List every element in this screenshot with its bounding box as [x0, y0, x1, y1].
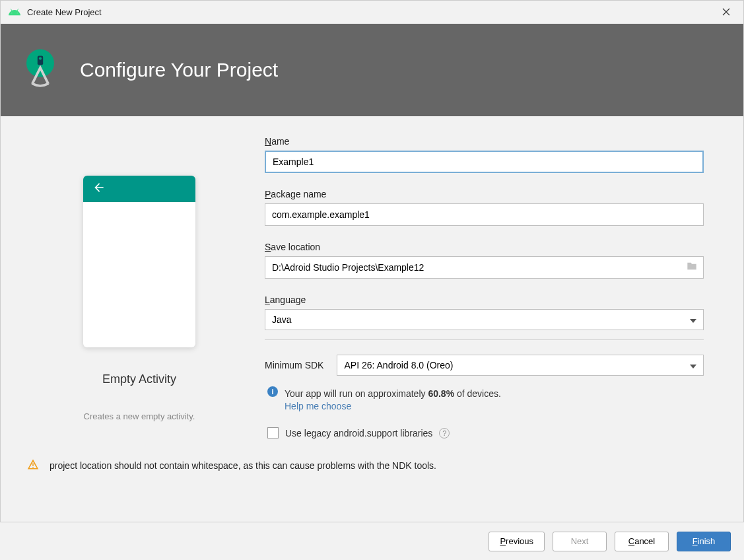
legacy-libraries-row: Use legacy android.support libraries ?: [265, 427, 704, 438]
language-label: Language: [265, 295, 704, 305]
help-icon[interactable]: ?: [439, 428, 450, 438]
language-select[interactable]: Java: [265, 309, 704, 330]
template-description: Creates a new empty activity.: [84, 411, 195, 421]
cancel-button[interactable]: Cancel: [615, 532, 669, 551]
chevron-down-icon: [690, 314, 696, 325]
chevron-down-icon: [690, 360, 696, 370]
svg-text:i: i: [271, 388, 273, 396]
template-preview: [83, 176, 195, 347]
warning-text: project location should not contain whit…: [50, 460, 436, 471]
back-arrow-icon: [92, 181, 106, 197]
next-button: Next: [553, 532, 607, 551]
divider: [265, 339, 704, 340]
help-me-choose-link[interactable]: Help me choose: [285, 401, 501, 411]
legacy-libraries-label: Use legacy android.support libraries: [285, 428, 432, 438]
android-studio-logo-icon: [17, 46, 63, 94]
legacy-libraries-checkbox[interactable]: [267, 427, 279, 438]
header: Configure Your Project: [1, 24, 743, 116]
min-sdk-select[interactable]: API 26: Android 8.0 (Oreo): [337, 355, 704, 376]
package-label: Package name: [265, 189, 704, 199]
svg-point-2: [39, 57, 42, 60]
button-bar: Previous Next Cancel Finish: [0, 522, 744, 560]
min-sdk-label: Minimum SDK: [265, 360, 323, 370]
preview-app-bar: [83, 176, 195, 202]
template-title: Empty Activity: [102, 372, 176, 386]
sdk-info-text: Your app will run on approximately 60.8%…: [285, 386, 501, 401]
name-label: Name: [265, 136, 704, 147]
header-title: Configure Your Project: [80, 59, 278, 81]
svg-rect-6: [32, 468, 34, 469]
package-input[interactable]: [265, 203, 704, 226]
sdk-info: i Your app will run on approximately 60.…: [265, 386, 704, 411]
form-column: Name Package name Save location Language…: [265, 136, 704, 438]
name-input[interactable]: [265, 151, 704, 173]
warning-icon: [27, 458, 39, 473]
finish-button[interactable]: Finish: [677, 532, 731, 551]
titlebar: Create New Project: [1, 1, 743, 24]
content-area: Empty Activity Creates a new empty activ…: [1, 116, 743, 445]
save-location-label: Save location: [265, 242, 704, 252]
previous-button[interactable]: Previous: [489, 532, 545, 551]
save-location-input[interactable]: [265, 256, 704, 279]
browse-folder-icon[interactable]: [687, 262, 697, 273]
close-button[interactable]: [717, 4, 735, 21]
svg-rect-5: [32, 464, 34, 467]
warning-row: project location should not contain whit…: [1, 445, 743, 473]
app-icon: [9, 7, 20, 18]
titlebar-title: Create New Project: [27, 7, 102, 17]
info-icon: i: [267, 386, 278, 400]
preview-column: Empty Activity Creates a new empty activ…: [40, 136, 238, 438]
